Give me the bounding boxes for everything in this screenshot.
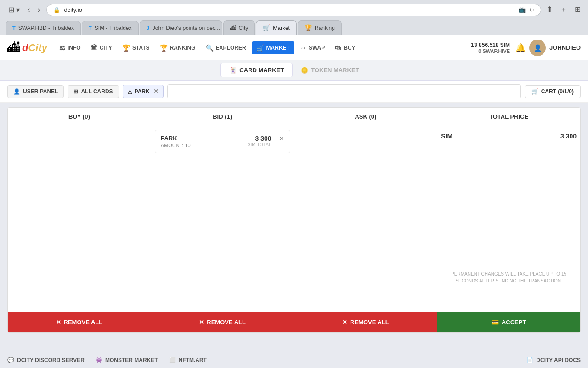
accept-button[interactable]: 💳 ACCEPT bbox=[437, 312, 580, 332]
buy-column: BUY (0) ✕ REMOVE ALL bbox=[8, 108, 151, 332]
discord-label: DCITY DISCORD SERVER bbox=[17, 357, 85, 363]
app-footer: 💬 DCITY DISCORD SERVER 👾 MONSTER MARKET … bbox=[0, 352, 588, 368]
footer-monster[interactable]: 👾 MONSTER MARKET bbox=[96, 357, 158, 363]
subnav-token-market[interactable]: 🪙 TOKEN MARKET bbox=[293, 63, 367, 77]
grid-icon[interactable]: ⊞ bbox=[573, 4, 582, 16]
cart-icon: 🛒 bbox=[531, 88, 538, 95]
nav-explorer[interactable]: 🔍 EXPLORER bbox=[201, 41, 251, 54]
token-market-icon: 🪙 bbox=[301, 67, 308, 74]
bid-price: 3 300 bbox=[248, 135, 271, 142]
all-cards-icon: ⊞ bbox=[74, 88, 78, 95]
back-button[interactable]: ‹ bbox=[24, 4, 33, 16]
nav-stats[interactable]: 🏆 STATS bbox=[118, 41, 154, 54]
tab-label-4: City bbox=[239, 25, 249, 31]
transaction-note: PERMANENT CHANGES WILL TAKE PLACE UP TO … bbox=[441, 270, 577, 284]
bid-remove-all-button[interactable]: ✕ REMOVE ALL bbox=[151, 312, 294, 332]
monster-label: MONSTER MARKET bbox=[105, 357, 158, 363]
total-amount: 3 300 bbox=[560, 132, 577, 140]
nftm-icon: ⬜ bbox=[169, 357, 176, 363]
tab-icon-1: T bbox=[12, 25, 16, 31]
ask-remove-all-button[interactable]: ✕ REMOVE ALL bbox=[294, 312, 437, 332]
info-icon: ⚖ bbox=[59, 44, 65, 52]
tab-label-3: John Dieo's points on dec... bbox=[153, 25, 220, 31]
total-currency: SIM bbox=[441, 132, 452, 140]
total-row: SIM 3 300 bbox=[441, 130, 577, 143]
buy-icon: 🛍 bbox=[335, 44, 341, 52]
total-column-header: TOTAL PRICE bbox=[437, 108, 580, 126]
bid-price-label: SIM TOTAL bbox=[248, 142, 271, 147]
subnav-card-market[interactable]: 🃏 CARD MARKET bbox=[220, 63, 293, 77]
tab-swap-hbd[interactable]: T SWAP.HBD - Tribaldex bbox=[6, 21, 81, 35]
footer-api-docs[interactable]: 📄 DCITY API DOCS bbox=[526, 357, 581, 363]
nav-swap[interactable]: ↔ SWAP bbox=[295, 41, 329, 54]
bid-close-icon[interactable]: ✕ bbox=[279, 135, 284, 142]
cart-button[interactable]: 🛒 CART (0/1/0) bbox=[525, 85, 581, 98]
remove-filter-icon[interactable]: ✕ bbox=[153, 88, 158, 95]
remove-all-buy-icon: ✕ bbox=[56, 319, 61, 326]
username-label[interactable]: JOHNDIEO bbox=[549, 44, 581, 51]
bid-amount: AMOUNT: 10 bbox=[161, 143, 191, 148]
url-text: dcity.io bbox=[64, 6, 82, 13]
tab-icon-2: T bbox=[89, 25, 92, 31]
buy-column-header: BUY (0) bbox=[8, 108, 151, 126]
buy-remove-all-button[interactable]: ✕ REMOVE ALL bbox=[8, 312, 151, 332]
main-nav: ⚖ INFO 🏛 CITY 🏆 STATS 🏆 RANKING 🔍 EXPLOR… bbox=[55, 41, 471, 54]
monster-icon: 👾 bbox=[96, 357, 102, 363]
nav-ranking[interactable]: 🏆 RANKING bbox=[155, 41, 200, 54]
explorer-icon: 🔍 bbox=[206, 44, 214, 52]
nav-buy[interactable]: 🛍 BUY bbox=[330, 41, 360, 54]
tab-john[interactable]: J John Dieo's points on dec... bbox=[140, 20, 222, 35]
api-docs-icon: 📄 bbox=[526, 357, 533, 363]
reload-icon[interactable]: ↻ bbox=[529, 6, 534, 13]
forward-button[interactable]: › bbox=[34, 4, 43, 16]
nftm-label: NFTM.ART bbox=[179, 357, 207, 363]
search-input[interactable] bbox=[167, 84, 521, 98]
tab-label-1: SWAP.HBD - Tribaldex bbox=[18, 25, 74, 31]
bid-column-header: BID (1) bbox=[151, 108, 294, 126]
filter-tag-label: PARK bbox=[135, 88, 150, 95]
filter-tag-park[interactable]: △ PARK ✕ bbox=[123, 85, 164, 98]
ranking-icon: 🏆 bbox=[160, 44, 168, 52]
total-column-body: SIM 3 300 PERMANENT CHANGES WILL TAKE PL… bbox=[437, 126, 580, 312]
remove-all-ask-icon: ✕ bbox=[342, 319, 347, 326]
tab-sim[interactable]: T SIM - Tribaldex bbox=[82, 21, 138, 35]
card-market-icon: 🃏 bbox=[229, 67, 237, 74]
tab-icon-4: 🏙 bbox=[230, 24, 236, 31]
footer-nftm[interactable]: ⬜ NFTM.ART bbox=[169, 357, 207, 363]
tab-city[interactable]: 🏙 City bbox=[223, 20, 255, 35]
cart-label: CART (0/1/0) bbox=[541, 88, 574, 95]
all-cards-button[interactable]: ⊞ ALL CARDS bbox=[68, 85, 119, 98]
nav-city[interactable]: 🏛 CITY bbox=[86, 41, 117, 54]
balance-display: 13 856.518 SIM 0 SWAP.HIVE bbox=[471, 42, 510, 54]
tab-label-5: Market bbox=[273, 25, 290, 31]
bid-name: PARK bbox=[161, 135, 191, 142]
bid-column-body: PARK AMOUNT: 10 3 300 SIM TOTAL ✕ bbox=[151, 126, 294, 312]
share-icon[interactable]: ⬆ bbox=[545, 4, 554, 16]
footer-discord[interactable]: 💬 DCITY DISCORD SERVER bbox=[7, 357, 85, 363]
user-panel-label: USER PANEL bbox=[23, 88, 58, 95]
user-avatar[interactable]: 👤 bbox=[529, 40, 546, 56]
new-tab-icon[interactable]: ＋ bbox=[558, 4, 569, 16]
tab-icon-6: 🏆 bbox=[305, 24, 312, 31]
logo[interactable]: 🏙 dCity bbox=[7, 40, 47, 55]
bid-column: BID (1) PARK AMOUNT: 10 3 300 SIM TOTAL bbox=[151, 108, 294, 332]
api-docs-label: DCITY API DOCS bbox=[536, 357, 581, 363]
nav-market[interactable]: 🛒 MARKET bbox=[252, 41, 294, 54]
tab-ranking[interactable]: 🏆 Ranking bbox=[298, 20, 342, 35]
sidebar-toggle[interactable]: ⊞ ▾ bbox=[6, 5, 23, 15]
token-market-label: TOKEN MARKET bbox=[311, 67, 359, 74]
notification-bell[interactable]: 🔔 bbox=[515, 43, 526, 53]
total-column: TOTAL PRICE SIM 3 300 PERMANENT CHANGES … bbox=[437, 108, 580, 332]
user-panel-icon: 👤 bbox=[13, 88, 20, 95]
card-market-label: CARD MARKET bbox=[239, 67, 284, 74]
city-icon: 🏛 bbox=[91, 44, 97, 52]
address-bar[interactable]: 🔒 dcity.io 📺 ↻ bbox=[46, 4, 541, 16]
all-cards-label: ALL CARDS bbox=[81, 88, 113, 95]
tab-icon-5: 🛒 bbox=[263, 24, 270, 31]
ask-column-body bbox=[294, 126, 437, 312]
market-icon: 🛒 bbox=[256, 44, 264, 52]
tab-market[interactable]: 🛒 Market bbox=[256, 20, 297, 35]
nav-info[interactable]: ⚖ INFO bbox=[55, 41, 85, 54]
user-panel-button[interactable]: 👤 USER PANEL bbox=[7, 85, 64, 98]
tab-icon-3: J bbox=[147, 24, 150, 31]
